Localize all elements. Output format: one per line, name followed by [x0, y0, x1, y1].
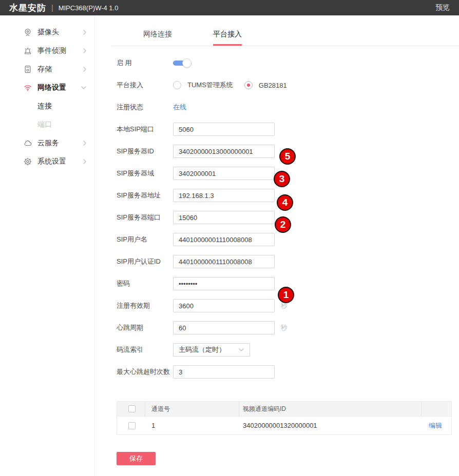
sidebar: 摄像头 事件侦测 存储 — [0, 15, 95, 476]
sip-server-port-input[interactable] — [173, 211, 275, 224]
sidebar-item-cloud-service[interactable]: 云服务 — [0, 134, 94, 152]
header-action-cell — [422, 402, 451, 416]
field-label: SIP服务器端口 — [117, 213, 173, 222]
annotation-badge-2: 2 — [275, 216, 291, 233]
sip-server-domain-input[interactable] — [173, 167, 275, 180]
reg-validity-input[interactable] — [173, 299, 275, 312]
unit-seconds: 秒 — [281, 323, 288, 332]
sip-username-input[interactable] — [173, 233, 275, 246]
platform-access-form: 启 用 平台接入 TUMS管理系统 GB28181 — [117, 46, 459, 379]
reg-status-label: 注册状态 — [117, 103, 173, 112]
row-checkbox-cell — [117, 417, 145, 434]
local-sip-port-row: 本地SIP端口 — [117, 123, 459, 136]
header-video-channel-id: 视频通道编码ID — [239, 402, 422, 416]
channel-table: 通道号 视频通道编码ID 1 34020000001320000001 编辑 — [117, 401, 452, 435]
field-label: 最大心跳超时次数 — [117, 367, 173, 376]
stream-index-select[interactable]: 主码流（定时） — [173, 343, 250, 356]
sip-auth-id-row: SIP用户认证ID — [117, 255, 459, 268]
edit-link[interactable]: 编辑 — [429, 421, 442, 430]
annotation-badge-1: 1 — [278, 287, 294, 303]
reg-status-value: 在线 — [173, 103, 186, 112]
sidebar-item-label: 事件侦测 — [37, 46, 66, 55]
field-label: 注册有效期 — [117, 301, 173, 310]
tab-network-connection[interactable]: 网络连接 — [143, 30, 172, 46]
brand-logo: 水星安防 — [9, 2, 46, 14]
sidebar-item-network-settings[interactable]: 网络设置 — [0, 78, 94, 97]
alarm-icon — [23, 46, 32, 55]
preview-link[interactable]: 预览 — [435, 3, 450, 12]
platform-label: 平台接入 — [117, 81, 173, 90]
select-value: 主码流（定时） — [179, 345, 225, 354]
sidebar-item-label: 网络设置 — [37, 83, 66, 92]
reg-status-row: 注册状态 在线 — [117, 101, 459, 114]
tab-platform-access[interactable]: 平台接入 — [213, 30, 242, 46]
sidebar-item-label: 摄像头 — [37, 28, 59, 37]
radio-label: GB28181 — [259, 82, 287, 89]
heartbeat-row: 心跳周期 秒 — [117, 321, 459, 334]
chevron-right-icon — [83, 140, 87, 146]
header-channel-no: 通道号 — [145, 402, 239, 416]
row-checkbox[interactable] — [128, 422, 136, 429]
sidebar-item-storage[interactable]: 存储 — [0, 60, 94, 78]
camera-icon — [23, 28, 32, 37]
field-label: SIP服务器地址 — [117, 191, 173, 200]
sip-username-row: SIP用户名 — [117, 233, 459, 246]
enable-label: 启 用 — [117, 58, 173, 68]
table-row: 1 34020000001320000001 编辑 — [117, 416, 451, 434]
platform-row: 平台接入 TUMS管理系统 GB28181 — [117, 78, 459, 92]
brand-separator: | — [51, 4, 53, 12]
sip-server-id-input[interactable] — [173, 145, 275, 158]
chevron-down-icon — [81, 86, 87, 90]
sidebar-subitem-connection[interactable]: 连接 — [0, 97, 94, 115]
chevron-right-icon — [83, 158, 87, 165]
sidebar-item-event-detection[interactable]: 事件侦测 — [0, 42, 94, 60]
cloud-icon — [23, 138, 32, 148]
sidebar-item-label: 云服务 — [37, 138, 59, 148]
cell-video-channel-id: 34020000001320000001 — [239, 417, 422, 434]
chevron-right-icon — [83, 66, 87, 72]
header-checkbox-cell — [117, 402, 145, 416]
radio-gb28181[interactable]: GB28181 — [244, 81, 287, 90]
field-label: SIP服务器域 — [117, 169, 173, 178]
field-label: 密码 — [117, 279, 173, 288]
sidebar-item-camera[interactable]: 摄像头 — [0, 23, 94, 42]
platform-radio-group: TUMS管理系统 GB28181 — [173, 81, 287, 90]
field-label: 心跳周期 — [117, 323, 173, 332]
topbar: 水星安防 | MIPC368(P)W-4 1.0 预览 — [0, 0, 459, 15]
radio-label: TUMS管理系统 — [187, 81, 233, 90]
password-input[interactable] — [173, 277, 275, 290]
radio-tums[interactable]: TUMS管理系统 — [173, 81, 233, 90]
annotation-badge-3: 3 — [274, 171, 290, 187]
stream-index-row: 码流索引 主码流（定时） — [117, 343, 459, 356]
max-heartbeat-timeout-row: 最大心跳超时次数 — [117, 365, 459, 379]
chevron-right-icon — [83, 29, 87, 35]
enable-row: 启 用 — [117, 56, 459, 70]
field-label: SIP用户名 — [117, 235, 173, 244]
toggle-knob — [182, 58, 192, 68]
max-heartbeat-timeout-input[interactable] — [173, 365, 275, 379]
field-label: SIP服务器ID — [117, 147, 173, 156]
sidebar-subitem-port[interactable]: 端口 — [0, 115, 94, 134]
sidebar-item-label: 系统设置 — [37, 157, 66, 166]
sip-auth-id-input[interactable] — [173, 255, 275, 268]
annotation-badge-5: 5 — [279, 148, 296, 165]
radio-icon — [173, 81, 181, 89]
table-header: 通道号 视频通道编码ID — [117, 402, 451, 416]
enable-toggle[interactable] — [173, 58, 192, 68]
sidebar-item-system-settings[interactable]: 系统设置 — [0, 152, 94, 171]
save-button[interactable]: 保存 — [117, 452, 156, 465]
cell-channel-no: 1 — [145, 417, 239, 434]
device-model: MIPC368(P)W-4 1.0 — [59, 4, 119, 12]
field-label: SIP用户认证ID — [117, 257, 173, 266]
field-label: 本地SIP端口 — [117, 125, 173, 134]
annotation-badge-4: 4 — [277, 194, 293, 211]
sidebar-item-label: 存储 — [37, 65, 52, 74]
chevron-right-icon — [83, 48, 87, 54]
field-label: 码流索引 — [117, 345, 173, 354]
gear-icon — [23, 157, 32, 166]
heartbeat-input[interactable] — [173, 321, 275, 334]
local-sip-port-input[interactable] — [173, 123, 275, 136]
main-content: 网络连接 平台接入 启 用 平台接入 TUMS管理系统 — [95, 15, 459, 476]
sip-server-addr-input[interactable] — [173, 189, 275, 202]
select-all-checkbox[interactable] — [128, 405, 136, 412]
